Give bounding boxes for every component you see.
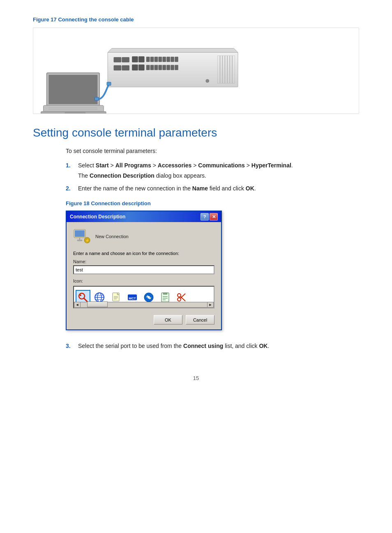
step-1-sub: The Connection Description dialog box ap…: [78, 171, 359, 180]
dialog-close-button[interactable]: ✕: [210, 213, 218, 220]
svg-rect-21: [150, 57, 154, 62]
svg-rect-67: [163, 293, 167, 294]
step-3-text: Select the serial port to be used from t…: [78, 343, 269, 349]
scrollbar-track: [81, 302, 207, 308]
step-2-text: Enter the name of the new connection in …: [78, 185, 256, 192]
step-1-number: 1.: [66, 161, 73, 180]
svg-point-40: [206, 79, 209, 83]
dialog-buttons: OK Cancel: [73, 313, 214, 324]
svg-rect-34: [154, 65, 158, 70]
steps-list: 1. Select Start > All Programs > Accesso…: [33, 161, 359, 193]
scrollbar-thumb[interactable]: [87, 301, 108, 307]
svg-rect-35: [159, 65, 162, 70]
svg-rect-17: [122, 57, 129, 62]
icon-grid-container: MCT: [73, 286, 214, 308]
svg-rect-44: [75, 230, 85, 237]
dialog-help-button[interactable]: ?: [201, 213, 209, 220]
dialog-titlebar: Connection Description ? ✕: [67, 211, 221, 222]
svg-rect-3: [41, 111, 106, 114]
new-connection-icon: ⚡: [73, 229, 90, 244]
dialog-instruction: Enter a name and choose an icon for the …: [73, 251, 214, 256]
svg-rect-20: [146, 57, 150, 62]
svg-text:⚡: ⚡: [85, 238, 90, 243]
step-1: 1. Select Start > All Programs > Accesso…: [66, 161, 359, 180]
svg-marker-7: [108, 49, 238, 53]
svg-point-65: [148, 296, 150, 299]
figure18-caption: Figure 18 Connection description: [33, 200, 359, 206]
svg-point-51: [80, 294, 81, 296]
page-number: 15: [33, 375, 359, 381]
ok-button[interactable]: OK: [154, 315, 182, 324]
intro-text: To set console terminal parameters:: [33, 147, 359, 155]
svg-point-72: [178, 294, 181, 297]
svg-rect-25: [167, 57, 170, 62]
step-1-text: Select Start > All Programs > Accessorie…: [78, 162, 293, 169]
svg-rect-42: [95, 97, 99, 100]
dialog-title-buttons: ? ✕: [201, 213, 218, 220]
svg-rect-26: [171, 57, 174, 62]
svg-rect-27: [175, 57, 178, 62]
figure17-caption: Figure 17 Connecting the console cable: [33, 16, 359, 23]
svg-rect-33: [150, 65, 154, 70]
svg-rect-46: [77, 240, 82, 241]
svg-rect-1: [48, 75, 97, 104]
step-3-number: 3.: [66, 342, 73, 350]
name-input[interactable]: [73, 265, 214, 274]
section-title: Setting console terminal parameters: [33, 126, 359, 139]
svg-rect-22: [154, 57, 158, 62]
svg-line-74: [180, 297, 185, 301]
name-label: Name:: [73, 259, 214, 264]
figure17-illustration: [33, 28, 359, 114]
svg-rect-19: [138, 56, 144, 62]
svg-rect-9: [217, 56, 235, 83]
svg-rect-2: [44, 105, 104, 112]
svg-rect-28: [114, 65, 121, 70]
dialog-body: ⚡ New Connection Enter a name and choose…: [67, 222, 221, 329]
svg-rect-8: [108, 52, 238, 87]
svg-point-71: [178, 298, 181, 301]
step-2: 2. Enter the name of the new connection …: [66, 184, 359, 193]
step-1-content: Select Start > All Programs > Accessorie…: [78, 161, 359, 180]
icon-label: Icon:: [73, 278, 214, 283]
svg-rect-18: [132, 56, 138, 62]
step-3: 3. Select the serial port to be used fro…: [66, 342, 359, 350]
new-connection-label: New Connection: [95, 234, 129, 239]
svg-rect-29: [122, 65, 129, 70]
dialog-box: Connection Description ? ✕: [66, 211, 222, 330]
svg-rect-30: [132, 65, 138, 70]
dialog-icon-row: ⚡ New Connection: [73, 229, 214, 244]
dialog-wrapper: Connection Description ? ✕: [33, 211, 359, 330]
scrollbar-right[interactable]: ►: [207, 302, 214, 308]
step-2-content: Enter the name of the new connection in …: [78, 184, 359, 193]
svg-rect-16: [114, 57, 121, 62]
svg-rect-38: [171, 65, 174, 70]
svg-rect-24: [163, 57, 166, 62]
step-2-number: 2.: [66, 184, 73, 193]
svg-rect-31: [138, 65, 144, 70]
svg-rect-41: [107, 82, 111, 86]
scrollbar-left[interactable]: ◄: [74, 302, 81, 308]
svg-rect-37: [167, 65, 170, 70]
cancel-button[interactable]: Cancel: [186, 315, 214, 324]
svg-rect-6: [65, 112, 85, 114]
svg-rect-0: [46, 73, 99, 106]
step-3-content: Select the serial port to be used from t…: [78, 342, 359, 350]
svg-rect-23: [159, 57, 162, 62]
svg-rect-32: [146, 65, 150, 70]
steps-list-3: 3. Select the serial port to be used fro…: [33, 342, 359, 350]
svg-rect-36: [163, 65, 166, 70]
svg-text:MCT: MCT: [129, 297, 136, 300]
svg-rect-39: [175, 65, 178, 70]
dialog-title-text: Connection Description: [70, 214, 125, 220]
